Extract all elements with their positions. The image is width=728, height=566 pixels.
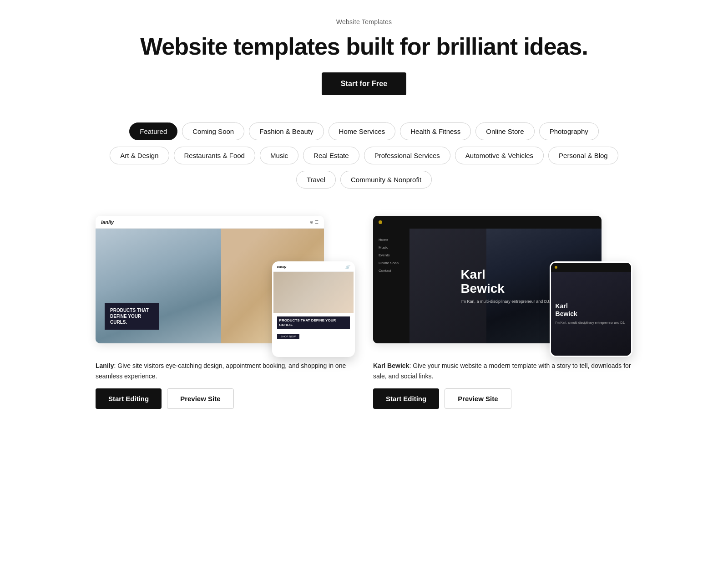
karl-mobile-title: KarlBewick bbox=[556, 302, 627, 318]
template-card-karl: Home Music Events Online Shop Contact Ka… bbox=[373, 216, 632, 409]
karl-nav-contact: Contact bbox=[379, 269, 404, 273]
karl-nav-shop: Online Shop bbox=[379, 261, 404, 265]
lanily-start-editing-button[interactable]: Start Editing bbox=[96, 388, 162, 409]
start-free-button[interactable]: Start for Free bbox=[322, 72, 407, 95]
filter-pill-professional-services[interactable]: Professional Services bbox=[364, 147, 450, 164]
karl-nav-events: Events bbox=[379, 253, 404, 257]
filter-row-3: TravelCommunity & Nonprofit bbox=[296, 171, 432, 189]
karl-mobile-dot bbox=[555, 266, 557, 269]
karl-nav-home: Home bbox=[379, 238, 404, 242]
filter-pill-health-fitness[interactable]: Health & Fitness bbox=[400, 122, 471, 140]
filter-pill-automotive[interactable]: Automotive & Vehicles bbox=[455, 147, 544, 164]
karl-nav-music: Music bbox=[379, 245, 404, 250]
template-preview-karl: Home Music Events Online Shop Contact Ka… bbox=[373, 216, 632, 352]
lanily-mobile-bar: lanily 🛒 bbox=[273, 263, 354, 272]
lanily-mobile-img bbox=[273, 272, 354, 313]
filter-pill-music[interactable]: Music bbox=[260, 147, 298, 164]
karl-mobile-body: KarlBewick I'm Karl, a multi-disciplinar… bbox=[551, 272, 631, 356]
karl-info: Karl Bewick: Give your music website a m… bbox=[373, 361, 632, 381]
karl-sub-text: I'm Karl, a multi-disciplinary entrepren… bbox=[460, 300, 550, 304]
karl-actions: Start Editing Preview Site bbox=[373, 388, 632, 409]
filter-pill-home-services[interactable]: Home Services bbox=[329, 122, 396, 140]
filter-row-2: Art & DesignRestaurants & FoodMusicReal … bbox=[110, 147, 618, 164]
header-subtitle: Website Templates bbox=[9, 18, 719, 25]
lanily-topbar: lanily ⊕ ☰ bbox=[96, 216, 324, 229]
lanily-mobile-heading: PRODUCTS THAT DEFINE YOUR CURLS. bbox=[277, 316, 350, 329]
karl-preview-site-button[interactable]: Preview Site bbox=[445, 388, 511, 409]
karl-mobile-desc: I'm Karl, a multi-disciplinary entrepren… bbox=[556, 321, 627, 325]
karl-description: Karl Bewick: Give your music website a m… bbox=[373, 361, 632, 381]
filter-pill-coming-soon[interactable]: Coming Soon bbox=[182, 122, 244, 140]
filter-pill-personal-blog[interactable]: Personal & Blog bbox=[548, 147, 618, 164]
lanily-overlay: PRODUCTS THAT DEFINE YOUR CURLS. bbox=[105, 303, 159, 330]
karl-sidebar: Home Music Events Online Shop Contact bbox=[373, 229, 410, 343]
filter-pill-restaurants-food[interactable]: Restaurants & Food bbox=[174, 147, 255, 164]
karl-start-editing-button[interactable]: Start Editing bbox=[373, 388, 439, 409]
karl-mobile-preview: KarlBewick I'm Karl, a multi-disciplinar… bbox=[550, 261, 632, 357]
lanily-info: Lanily: Give site visitors eye-catching … bbox=[96, 361, 355, 381]
lanily-name-bold: Lanily bbox=[96, 362, 114, 369]
filter-pill-art-design[interactable]: Art & Design bbox=[110, 147, 169, 164]
filter-pill-community[interactable]: Community & Nonprofit bbox=[340, 171, 432, 189]
lanily-mobile-preview: lanily 🛒 PRODUCTS THAT DEFINE YOUR CURLS… bbox=[272, 261, 355, 357]
lanily-description: Lanily: Give site visitors eye-catching … bbox=[96, 361, 355, 381]
filter-row-1: FeaturedComing SoonFashion & BeautyHome … bbox=[129, 122, 599, 140]
filter-pill-photography[interactable]: Photography bbox=[539, 122, 599, 140]
filter-pill-travel[interactable]: Travel bbox=[296, 171, 336, 189]
lanily-logo: lanily bbox=[101, 219, 114, 225]
karl-mobile-bar bbox=[551, 263, 631, 272]
lanily-mobile-cart: 🛒 bbox=[345, 265, 350, 269]
filter-section: FeaturedComing SoonFashion & BeautyHome … bbox=[0, 109, 728, 193]
filter-pill-real-estate[interactable]: Real Estate bbox=[303, 147, 359, 164]
filter-pill-featured[interactable]: Featured bbox=[129, 122, 177, 140]
templates-grid: lanily ⊕ ☰ PRODUCTS THAT DEFINE YOUR CUR… bbox=[68, 193, 660, 427]
karl-main-text: KarlBewick I'm Karl, a multi-disciplinar… bbox=[451, 268, 559, 304]
lanily-mobile-logo: lanily bbox=[277, 265, 286, 269]
lanily-actions: Start Editing Preview Site bbox=[96, 388, 355, 409]
filter-pill-online-store[interactable]: Online Store bbox=[475, 122, 534, 140]
page-header: Website Templates Website templates buil… bbox=[0, 0, 728, 109]
lanily-mobile-content: PRODUCTS THAT DEFINE YOUR CURLS. SHOP NO… bbox=[273, 313, 354, 356]
lanily-icons: ⊕ ☰ bbox=[310, 220, 318, 224]
lanily-mobile-shop-btn: SHOP NOW bbox=[277, 334, 299, 339]
karl-logo-dot bbox=[379, 220, 382, 224]
template-card-lanily: lanily ⊕ ☰ PRODUCTS THAT DEFINE YOUR CUR… bbox=[96, 216, 355, 409]
lanily-preview-site-button[interactable]: Preview Site bbox=[167, 388, 233, 409]
filter-pill-fashion-beauty[interactable]: Fashion & Beauty bbox=[249, 122, 324, 140]
template-preview-lanily: lanily ⊕ ☰ PRODUCTS THAT DEFINE YOUR CUR… bbox=[96, 216, 355, 352]
karl-topbar bbox=[373, 216, 602, 229]
header-title: Website templates built for brilliant id… bbox=[9, 34, 719, 60]
karl-name-bold: Karl Bewick bbox=[373, 362, 409, 369]
